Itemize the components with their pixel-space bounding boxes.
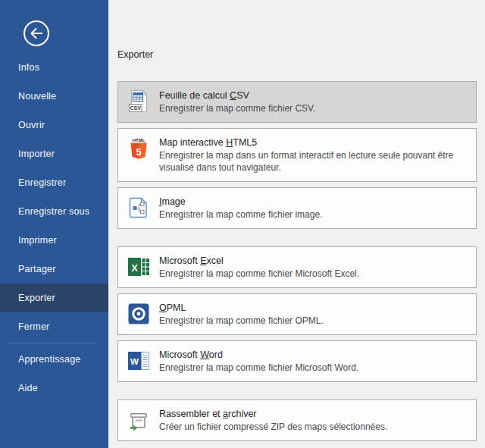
export-option-word[interactable]: W Microsoft Word Enregistrer la map comm… [117,340,477,382]
export-option-desc: Enregistrer la map comme fichier image. [159,208,322,221]
export-option-title: OPML [159,302,324,314]
sidebar-item-importer[interactable]: Importer [0,139,108,168]
export-option-text: OPML Enregistrer la map comme fichier OP… [159,302,324,327]
sidebar-item-partager[interactable]: Partager [0,255,108,284]
back-button[interactable] [23,20,50,47]
svg-text:X: X [131,262,138,274]
export-option-csv[interactable]: CSV Feuille de calcul CSV Enregistrer la… [117,81,477,123]
image-export-icon [127,196,151,220]
export-group-2: X Microsoft Excel Enregistrer la map com… [117,246,477,382]
back-arrow-icon [23,20,50,47]
export-option-title: Feuille de calcul CSV [159,89,315,102]
export-option-text: Image Enregistrer la map comme fichier i… [159,196,322,221]
excel-icon: X [127,255,151,279]
sidebar-item-nouvelle[interactable]: Nouvelle [0,82,108,111]
export-option-text: Microsoft Word Enregistrer la map comme … [159,349,358,374]
export-options: CSV Feuille de calcul CSV Enregistrer la… [117,81,477,441]
export-option-text: Map interactive HTML5 Enregistrer la map… [159,136,467,174]
csv-spreadsheet-icon: CSV [127,89,151,114]
opml-icon [127,302,151,326]
sidebar-item-enregistrer[interactable]: Enregistrer [0,168,108,197]
sidebar-item-imprimer[interactable]: Imprimer [0,226,108,255]
export-group-1: CSV Feuille de calcul CSV Enregistrer la… [117,81,477,229]
svg-text:W: W [130,357,139,366]
sidebar-item-fermer[interactable]: Fermer [0,312,108,341]
export-option-desc: Enregistrer la map comme fichier OPML. [159,315,324,327]
export-group-3: Rassembler et archiver Créer un fichier … [117,399,477,441]
export-panel: Exporter CSV Feuille de calcul CSV Enreg… [108,0,485,448]
pack-and-go-archive-icon [127,408,151,432]
sidebar-item-enregistrer-sous[interactable]: Enregistrer sous [0,197,108,226]
export-option-desc: Créer un fichier compressé ZIP des maps … [159,421,387,433]
export-option-text: Microsoft Excel Enregistrer la map comme… [159,255,359,280]
page-title: Exporter [117,49,477,61]
export-option-title: Map interactive HTML5 [159,136,467,149]
sidebar-item-aide[interactable]: Aide [0,374,108,403]
svg-text:5: 5 [136,146,141,158]
html5-icon: HTML 5 [127,136,151,161]
export-option-title: Image [159,196,322,208]
svg-text:HTML: HTML [133,138,146,143]
sidebar-item-exporter[interactable]: Exporter [0,284,108,312]
export-option-image[interactable]: Image Enregistrer la map comme fichier i… [117,187,477,229]
export-option-desc: Enregistrer la map dans un format intera… [159,149,467,174]
sidebar-item-apprentissage[interactable]: Apprentissage [0,345,108,374]
export-option-title: Rassembler et archiver [159,408,387,420]
sidebar-item-ouvrir[interactable]: Ouvrir [0,111,108,139]
backstage-sidebar: Infos Nouvelle Ouvrir Importer Enregistr… [0,0,108,448]
export-option-text: Rassembler et archiver Créer un fichier … [159,408,387,433]
export-option-desc: Enregistrer la map comme fichier Microso… [159,362,358,374]
export-option-text: Feuille de calcul CSV Enregistrer la map… [159,89,315,114]
export-option-desc: Enregistrer la map comme fichier CSV. [159,102,315,114]
sidebar-nav: Infos Nouvelle Ouvrir Importer Enregistr… [0,53,108,403]
export-option-desc: Enregistrer la map comme fichier Microso… [159,268,359,280]
svg-text:CSV: CSV [130,105,141,111]
sidebar-item-infos[interactable]: Infos [0,53,108,82]
export-option-title: Microsoft Word [159,349,358,361]
sidebar-divider [9,343,96,343]
export-option-html5[interactable]: HTML 5 Map interactive HTML5 Enregistrer… [117,128,477,182]
export-option-pack-and-go[interactable]: Rassembler et archiver Créer un fichier … [117,399,477,441]
export-option-excel[interactable]: X Microsoft Excel Enregistrer la map com… [117,246,477,288]
export-option-opml[interactable]: OPML Enregistrer la map comme fichier OP… [117,293,477,335]
export-option-title: Microsoft Excel [159,255,359,267]
word-icon: W [127,349,151,373]
